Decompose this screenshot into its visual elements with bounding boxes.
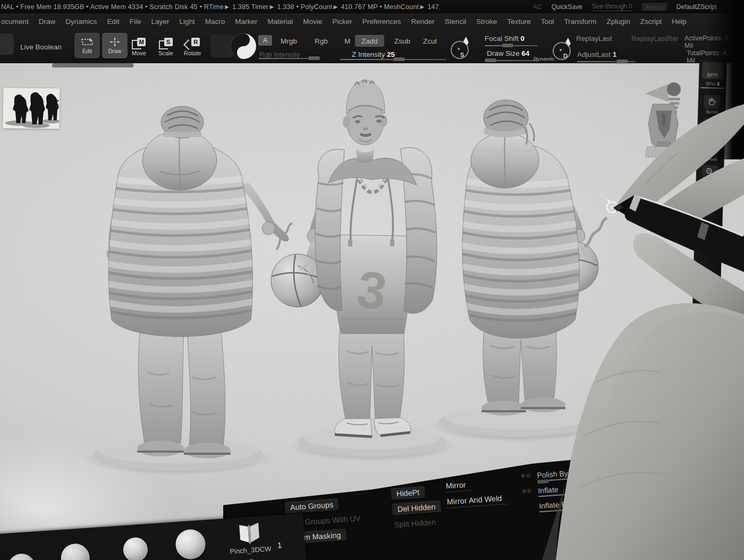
hand-with-stylus (0, 0, 744, 560)
zbrush-screen-photo: 3 (0, 0, 744, 560)
palm (556, 303, 744, 560)
